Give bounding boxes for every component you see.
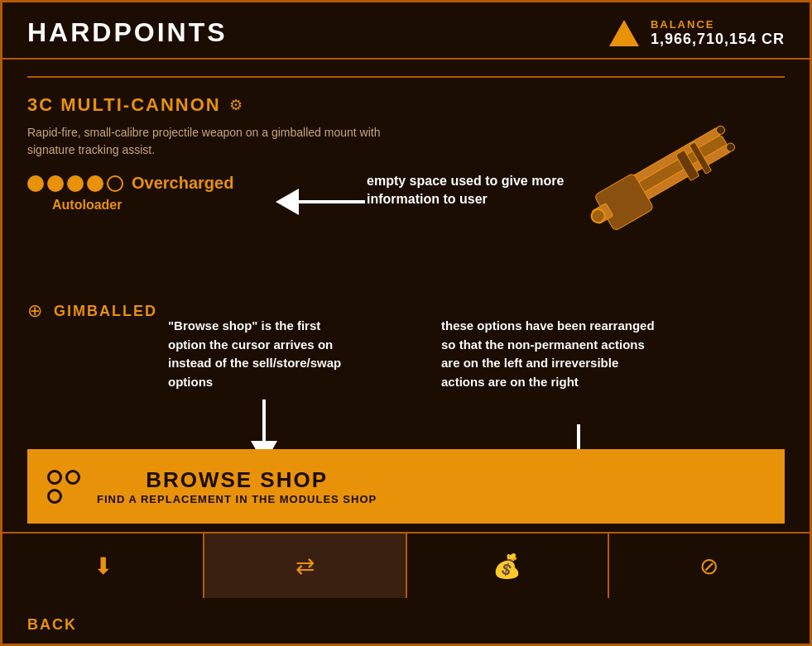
browse-shop-button[interactable]: BROWSE SHOP FIND A REPLACEMENT IN THE MO… [27, 449, 785, 524]
store-action[interactable]: ⬇ [2, 534, 204, 598]
weapon-svg [553, 110, 785, 242]
back-button[interactable]: BACK [27, 616, 77, 634]
eng-circle-3 [67, 175, 84, 192]
disable-action[interactable]: ⊘ [609, 534, 810, 598]
arrow-shaft-down-left [262, 400, 266, 441]
shop-circle-b [47, 489, 62, 504]
browse-shop-subtitle: FIND A REPLACEMENT IN THE MODULES SHOP [97, 493, 377, 505]
browse-shop-icon [47, 470, 80, 504]
annotation-browse-text: "Browse shop" is the first option the cu… [168, 317, 358, 391]
eng-circle-5 [107, 175, 123, 192]
store-icon: ⬇ [94, 553, 113, 580]
shop-circle-tr [65, 470, 80, 485]
header: HARDPOINTS BALANCE 1,966,710,154 CR [2, 2, 810, 60]
sell-action[interactable]: 💰 [407, 534, 609, 598]
annotation-text-right: empty space used to give more informatio… [367, 172, 565, 209]
disable-icon: ⊘ [699, 553, 718, 580]
engineering-circles [27, 175, 123, 192]
annotation-right-text: these options have been rearranged so th… [441, 317, 665, 391]
engineering-label: Overcharged [132, 174, 233, 193]
annotation-arrow-area [276, 189, 365, 215]
eng-circle-2 [47, 175, 64, 192]
balance-icon [609, 20, 639, 46]
balance-text-group: BALANCE 1,966,710,154 CR [651, 18, 785, 48]
sell-icon: 💰 [492, 553, 521, 580]
browse-shop-title: BROWSE SHOP [97, 467, 377, 493]
gear-icon: ⚙ [229, 96, 243, 114]
page-title: HARDPOINTS [27, 17, 228, 48]
swap-action[interactable]: ⇄ [204, 534, 406, 598]
module-description: Rapid-fire, small-calibre projectile wea… [27, 124, 400, 159]
module-name: 3C MULTI-CANNON [27, 94, 221, 116]
gimballed-section: ⊕ GIMBALLED [27, 300, 157, 322]
browse-shop-text-group: BROWSE SHOP FIND A REPLACEMENT IN THE MO… [97, 467, 377, 505]
balance-amount: 1,966,710,154 CR [651, 31, 785, 48]
main-window: HARDPOINTS BALANCE 1,966,710,154 CR 3C M… [0, 0, 812, 646]
shop-icon-top [47, 470, 80, 485]
gimbal-icon: ⊕ [27, 300, 42, 322]
eng-circle-1 [27, 175, 44, 192]
balance-label: BALANCE [651, 18, 715, 31]
weapon-image-area [553, 110, 785, 242]
balance-area: BALANCE 1,966,710,154 CR [609, 18, 785, 48]
bottom-action-bar: ⬇ ⇄ 💰 ⊘ [2, 532, 810, 598]
gimballed-label: GIMBALLED [54, 303, 157, 320]
swap-icon: ⇄ [295, 553, 315, 580]
arrow-head-left-icon [276, 189, 299, 215]
arrow-shaft [299, 200, 365, 203]
eng-circle-4 [87, 175, 103, 192]
header-divider [27, 76, 785, 78]
shop-circle-tl [47, 470, 62, 485]
